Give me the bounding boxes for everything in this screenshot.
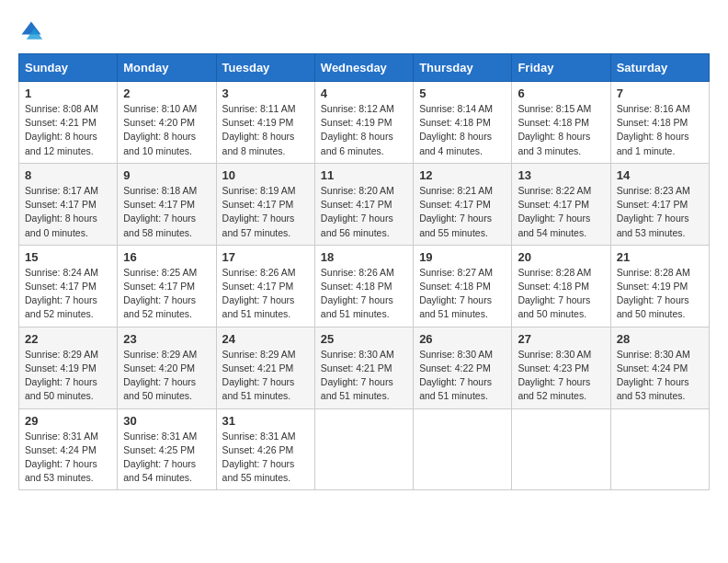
day-number: 26	[419, 332, 506, 346]
day-info: Sunrise: 8:08 AM Sunset: 4:21 PM Dayligh…	[25, 102, 111, 158]
calendar-cell: 11Sunrise: 8:20 AM Sunset: 4:17 PM Dayli…	[314, 163, 413, 245]
day-number: 17	[222, 250, 309, 264]
calendar-cell	[610, 408, 709, 490]
calendar-cell: 23Sunrise: 8:29 AM Sunset: 4:20 PM Dayli…	[118, 327, 216, 408]
calendar-cell: 15Sunrise: 8:24 AM Sunset: 4:17 PM Dayli…	[19, 245, 118, 327]
day-number: 10	[222, 168, 309, 182]
weekday-header-thursday: Thursday	[414, 54, 512, 82]
calendar-cell: 21Sunrise: 8:28 AM Sunset: 4:19 PM Dayli…	[610, 245, 709, 327]
day-number: 27	[518, 332, 604, 346]
calendar-cell: 29Sunrise: 8:31 AM Sunset: 4:24 PM Dayli…	[19, 408, 118, 490]
calendar-cell	[314, 408, 413, 490]
day-info: Sunrise: 8:29 AM Sunset: 4:21 PM Dayligh…	[222, 348, 309, 404]
header	[18, 18, 710, 44]
calendar-cell: 27Sunrise: 8:30 AM Sunset: 4:23 PM Dayli…	[512, 327, 610, 408]
day-info: Sunrise: 8:22 AM Sunset: 4:17 PM Dayligh…	[518, 184, 604, 240]
calendar-cell	[414, 408, 512, 490]
calendar-cell: 1Sunrise: 8:08 AM Sunset: 4:21 PM Daylig…	[19, 82, 118, 164]
calendar-cell: 31Sunrise: 8:31 AM Sunset: 4:26 PM Dayli…	[216, 408, 314, 490]
calendar-cell: 13Sunrise: 8:22 AM Sunset: 4:17 PM Dayli…	[512, 163, 610, 245]
day-info: Sunrise: 8:12 AM Sunset: 4:19 PM Dayligh…	[321, 102, 407, 158]
day-number: 11	[321, 168, 407, 182]
day-number: 31	[222, 414, 309, 428]
day-number: 6	[518, 86, 604, 100]
day-info: Sunrise: 8:14 AM Sunset: 4:18 PM Dayligh…	[419, 102, 506, 158]
calendar-cell	[512, 408, 610, 490]
calendar-cell: 20Sunrise: 8:28 AM Sunset: 4:18 PM Dayli…	[512, 245, 610, 327]
calendar-cell: 12Sunrise: 8:21 AM Sunset: 4:17 PM Dayli…	[414, 163, 512, 245]
day-number: 1	[25, 86, 111, 100]
calendar-cell: 28Sunrise: 8:30 AM Sunset: 4:24 PM Dayli…	[610, 327, 709, 408]
weekday-header-monday: Monday	[118, 54, 216, 82]
day-info: Sunrise: 8:11 AM Sunset: 4:19 PM Dayligh…	[222, 102, 309, 158]
day-number: 3	[222, 86, 309, 100]
day-number: 9	[123, 168, 210, 182]
day-number: 21	[617, 250, 703, 264]
calendar-cell: 30Sunrise: 8:31 AM Sunset: 4:25 PM Dayli…	[118, 408, 216, 490]
logo	[18, 18, 48, 44]
day-info: Sunrise: 8:18 AM Sunset: 4:17 PM Dayligh…	[123, 184, 210, 240]
calendar-cell: 22Sunrise: 8:29 AM Sunset: 4:19 PM Dayli…	[19, 327, 118, 408]
day-info: Sunrise: 8:26 AM Sunset: 4:17 PM Dayligh…	[222, 266, 309, 322]
day-info: Sunrise: 8:21 AM Sunset: 4:17 PM Dayligh…	[419, 184, 506, 240]
calendar-cell: 2Sunrise: 8:10 AM Sunset: 4:20 PM Daylig…	[118, 82, 216, 164]
day-info: Sunrise: 8:28 AM Sunset: 4:19 PM Dayligh…	[617, 266, 703, 322]
calendar-cell: 26Sunrise: 8:30 AM Sunset: 4:22 PM Dayli…	[414, 327, 512, 408]
day-info: Sunrise: 8:31 AM Sunset: 4:25 PM Dayligh…	[123, 430, 210, 486]
day-number: 22	[25, 332, 111, 346]
day-number: 18	[321, 250, 407, 264]
day-number: 2	[123, 86, 210, 100]
day-number: 16	[123, 250, 210, 264]
day-info: Sunrise: 8:24 AM Sunset: 4:17 PM Dayligh…	[25, 266, 111, 322]
weekday-header-saturday: Saturday	[610, 54, 709, 82]
calendar-cell: 10Sunrise: 8:19 AM Sunset: 4:17 PM Dayli…	[216, 163, 314, 245]
day-info: Sunrise: 8:25 AM Sunset: 4:17 PM Dayligh…	[123, 266, 210, 322]
day-number: 30	[123, 414, 210, 428]
day-info: Sunrise: 8:30 AM Sunset: 4:22 PM Dayligh…	[419, 348, 506, 404]
day-number: 13	[518, 168, 604, 182]
day-info: Sunrise: 8:30 AM Sunset: 4:23 PM Dayligh…	[518, 348, 604, 404]
calendar-cell: 9Sunrise: 8:18 AM Sunset: 4:17 PM Daylig…	[118, 163, 216, 245]
calendar: SundayMondayTuesdayWednesdayThursdayFrid…	[18, 53, 710, 490]
day-info: Sunrise: 8:31 AM Sunset: 4:24 PM Dayligh…	[25, 430, 111, 486]
day-number: 14	[617, 168, 703, 182]
day-info: Sunrise: 8:30 AM Sunset: 4:24 PM Dayligh…	[617, 348, 703, 404]
logo-icon	[18, 18, 44, 44]
day-info: Sunrise: 8:15 AM Sunset: 4:18 PM Dayligh…	[518, 102, 604, 158]
calendar-cell: 8Sunrise: 8:17 AM Sunset: 4:17 PM Daylig…	[19, 163, 118, 245]
day-info: Sunrise: 8:23 AM Sunset: 4:17 PM Dayligh…	[617, 184, 703, 240]
day-number: 19	[419, 250, 506, 264]
calendar-cell: 16Sunrise: 8:25 AM Sunset: 4:17 PM Dayli…	[118, 245, 216, 327]
day-info: Sunrise: 8:26 AM Sunset: 4:18 PM Dayligh…	[321, 266, 407, 322]
day-number: 23	[123, 332, 210, 346]
day-number: 15	[25, 250, 111, 264]
calendar-cell: 18Sunrise: 8:26 AM Sunset: 4:18 PM Dayli…	[314, 245, 413, 327]
day-number: 25	[321, 332, 407, 346]
calendar-cell: 4Sunrise: 8:12 AM Sunset: 4:19 PM Daylig…	[314, 82, 413, 164]
calendar-cell: 19Sunrise: 8:27 AM Sunset: 4:18 PM Dayli…	[414, 245, 512, 327]
calendar-cell: 3Sunrise: 8:11 AM Sunset: 4:19 PM Daylig…	[216, 82, 314, 164]
calendar-cell: 17Sunrise: 8:26 AM Sunset: 4:17 PM Dayli…	[216, 245, 314, 327]
day-info: Sunrise: 8:20 AM Sunset: 4:17 PM Dayligh…	[321, 184, 407, 240]
day-info: Sunrise: 8:19 AM Sunset: 4:17 PM Dayligh…	[222, 184, 309, 240]
weekday-header-sunday: Sunday	[19, 54, 118, 82]
day-info: Sunrise: 8:28 AM Sunset: 4:18 PM Dayligh…	[518, 266, 604, 322]
weekday-header-friday: Friday	[512, 54, 610, 82]
day-info: Sunrise: 8:29 AM Sunset: 4:20 PM Dayligh…	[123, 348, 210, 404]
day-info: Sunrise: 8:27 AM Sunset: 4:18 PM Dayligh…	[419, 266, 506, 322]
day-number: 7	[617, 86, 703, 100]
day-info: Sunrise: 8:17 AM Sunset: 4:17 PM Dayligh…	[25, 184, 111, 240]
calendar-cell: 14Sunrise: 8:23 AM Sunset: 4:17 PM Dayli…	[610, 163, 709, 245]
day-number: 4	[321, 86, 407, 100]
day-info: Sunrise: 8:16 AM Sunset: 4:18 PM Dayligh…	[617, 102, 703, 158]
calendar-cell: 7Sunrise: 8:16 AM Sunset: 4:18 PM Daylig…	[610, 82, 709, 164]
day-number: 28	[617, 332, 703, 346]
day-number: 12	[419, 168, 506, 182]
weekday-header-wednesday: Wednesday	[314, 54, 413, 82]
calendar-cell: 5Sunrise: 8:14 AM Sunset: 4:18 PM Daylig…	[414, 82, 512, 164]
day-number: 8	[25, 168, 111, 182]
day-number: 5	[419, 86, 506, 100]
day-number: 24	[222, 332, 309, 346]
day-info: Sunrise: 8:31 AM Sunset: 4:26 PM Dayligh…	[222, 430, 309, 486]
calendar-cell: 25Sunrise: 8:30 AM Sunset: 4:21 PM Dayli…	[314, 327, 413, 408]
